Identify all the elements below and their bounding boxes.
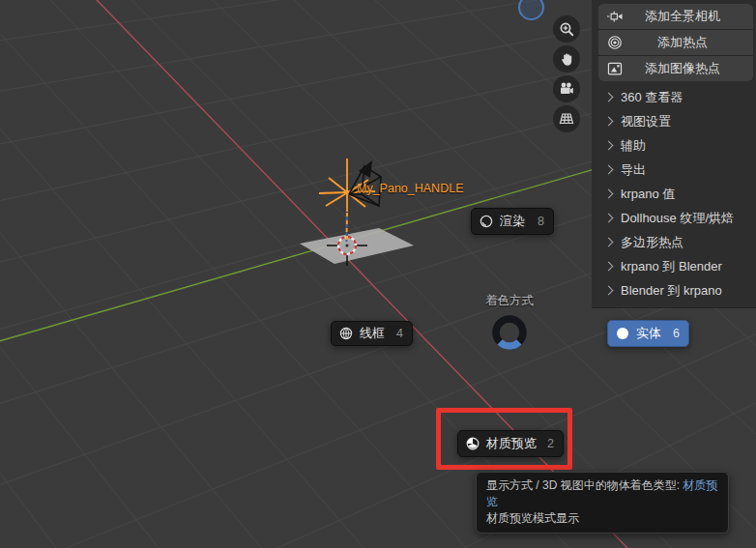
- pan-button[interactable]: [553, 45, 580, 72]
- pie-item-shortcut: 8: [538, 215, 544, 228]
- add-pano-camera-icon: [606, 8, 624, 25]
- chevron-right-icon: [604, 117, 614, 127]
- section-label: 多边形热点: [621, 234, 683, 251]
- pie-item-shortcut: 2: [547, 437, 554, 450]
- sidebar-button-group: 添加全景相机 添加热点 添加图像热点: [598, 4, 753, 81]
- pie-menu-title: 着色方式: [413, 293, 606, 309]
- tooltip: 显示方式 / 3D 视图中的物体着色类型: 材质预览 材质预览模式显示: [476, 472, 729, 534]
- section-export[interactable]: 导出: [592, 158, 756, 182]
- chevron-right-icon: [604, 262, 614, 272]
- blender-3d-viewport: My_Pano_HANDLE: [0, 0, 756, 548]
- object-name-label: My_Pano_HANDLE: [357, 182, 463, 195]
- add-pano-camera-button[interactable]: 添加全景相机: [598, 4, 753, 29]
- pie-item-material-preview[interactable]: 材质预览 2: [457, 430, 564, 457]
- relationship-line: [347, 213, 348, 242]
- chevron-right-icon: [604, 189, 614, 199]
- pie-item-shortcut: 6: [673, 327, 680, 340]
- section-krpano-to-blender[interactable]: krpano 到 Blender: [592, 254, 756, 278]
- orbit-gizmo-icon[interactable]: [518, 0, 544, 20]
- section-label: 导出: [621, 161, 646, 179]
- add-hotspot-icon: [606, 34, 624, 51]
- add-image-hotspot-icon: [606, 60, 624, 77]
- section-view-settings[interactable]: 视图设置: [592, 109, 756, 133]
- tooltip-line1: 显示方式 / 3D 视图中的物体着色类型: 材质预览: [486, 477, 718, 510]
- material-sphere-icon: [466, 437, 480, 450]
- pie-item-label: 实体: [636, 325, 661, 342]
- section-label: krpano 到 Blender: [621, 258, 722, 275]
- 3d-cursor-icon: [327, 225, 367, 266]
- section-label: Blender 到 krpano: [621, 282, 722, 300]
- section-360-viewer[interactable]: 360 查看器: [592, 85, 756, 109]
- pie-item-label: 渲染: [500, 213, 525, 230]
- add-image-hotspot-button[interactable]: 添加图像热点: [598, 56, 753, 81]
- section-krpano-values[interactable]: krpano 值: [592, 182, 756, 206]
- hand-icon: [559, 51, 575, 68]
- pie-item-label: 线框: [360, 325, 385, 342]
- tooltip-line2: 材质预览模式显示: [486, 510, 718, 527]
- section-helpers[interactable]: 辅助: [592, 133, 756, 158]
- pie-item-rendered[interactable]: 渲染 8: [471, 208, 554, 235]
- pie-item-solid[interactable]: 实体 6: [607, 320, 689, 347]
- section-label: Dollhouse 纹理/烘焙: [621, 210, 734, 227]
- add-hotspot-button[interactable]: 添加热点: [598, 30, 753, 55]
- section-label: 360 查看器: [621, 89, 683, 106]
- chevron-right-icon: [604, 214, 614, 223]
- wireframe-sphere-icon: [339, 327, 353, 340]
- section-polygon-hotspot[interactable]: 多边形热点: [592, 230, 756, 254]
- chevron-right-icon: [604, 286, 614, 296]
- orthographic-grid-icon: [558, 110, 575, 128]
- pie-item-wireframe[interactable]: 线框 4: [331, 321, 413, 346]
- chevron-right-icon: [604, 141, 614, 151]
- movie-camera-icon: [558, 80, 575, 98]
- chevron-right-icon: [604, 238, 614, 247]
- camera-view-button[interactable]: [553, 75, 580, 102]
- render-sphere-icon: [480, 215, 493, 228]
- magnifier-plus-icon: [559, 21, 575, 38]
- zoom-button[interactable]: [553, 15, 580, 43]
- section-label: 辅助: [621, 137, 646, 155]
- section-label: krpano 值: [621, 186, 675, 203]
- krpano-sidebar-panel: 添加全景相机 添加热点 添加图像热点 360 查看器: [592, 0, 756, 308]
- plane-mesh[interactable]: [300, 228, 414, 264]
- solid-sphere-icon: [616, 327, 629, 340]
- section-blender-to-krpano[interactable]: Blender 到 krpano: [592, 278, 756, 303]
- chevron-right-icon: [604, 165, 614, 175]
- section-dollhouse-bake[interactable]: Dollhouse 纹理/烘焙: [592, 206, 756, 230]
- pie-item-shortcut: 4: [396, 327, 403, 340]
- chevron-right-icon: [604, 93, 614, 102]
- pie-item-label: 材质预览: [486, 435, 537, 452]
- section-label: 视图设置: [621, 113, 671, 130]
- orthographic-toggle-button[interactable]: [553, 105, 580, 132]
- sidebar-sections: 360 查看器 视图设置 辅助 导出 krpano 值 Dollhouse 纹理…: [592, 85, 756, 303]
